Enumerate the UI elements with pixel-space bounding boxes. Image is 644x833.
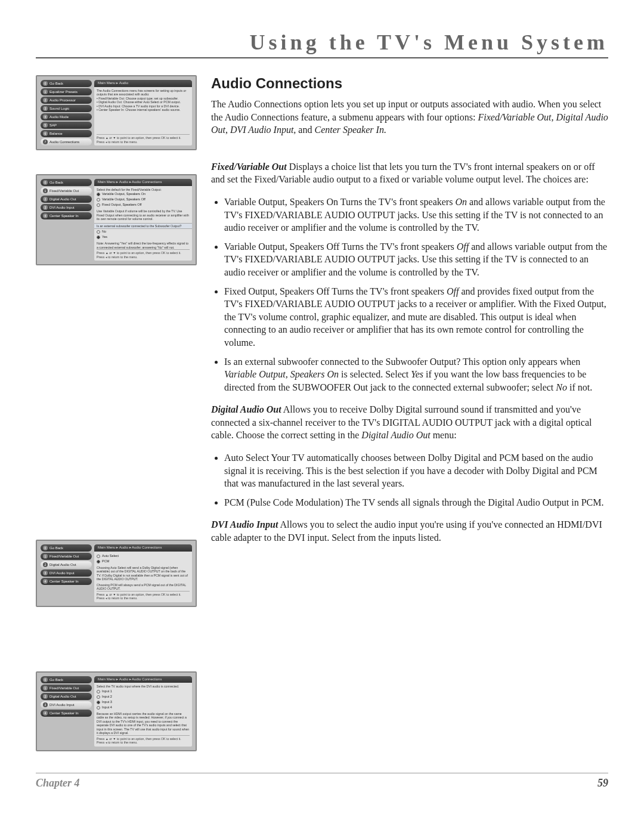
- menu-item-label: Audio Processor: [49, 98, 76, 102]
- radio-icon: [97, 695, 100, 699]
- menu-item-label: Go Back: [49, 678, 63, 682]
- menu-item[interactable]: 0Go Back: [41, 544, 92, 552]
- menu-item[interactable]: 0Go Back: [41, 179, 92, 186]
- option-name: PCM: [224, 497, 244, 507]
- radio-option[interactable]: Input 4: [97, 705, 190, 710]
- menu-item[interactable]: 1Fixed/Variable Out: [41, 553, 92, 560]
- menu-item-number: 3: [43, 702, 48, 707]
- subhead: Fixed/Variable Out: [211, 162, 287, 172]
- radio-label: PCM: [102, 559, 109, 563]
- radio-option[interactable]: Fixed Output, Speakers Off: [97, 203, 190, 207]
- menu-item[interactable]: 1Fixed/Variable Out: [41, 685, 92, 692]
- radio-icon: [97, 198, 100, 202]
- panel-footer-hint: Press ▲ or ▼ to point to an option, then…: [97, 134, 190, 144]
- radio-icon: [97, 555, 100, 558]
- option-question: Is an external subwoofer connected to th…: [224, 357, 460, 367]
- radio-icon: [97, 236, 100, 239]
- menu-item[interactable]: 3DVI Audio Input: [41, 204, 92, 211]
- menu-item[interactable]: 2Digital Audio Out: [41, 561, 92, 568]
- radio-label: Auto Select: [102, 554, 119, 558]
- radio-option[interactable]: Input 1: [97, 689, 190, 693]
- text-italic: Variable Output, Speakers On: [224, 369, 339, 379]
- radio-label: Input 1: [102, 689, 112, 693]
- menu-item[interactable]: 3DVI Audio Input: [41, 569, 92, 577]
- section-title: Audio Connections: [211, 75, 608, 92]
- radio-option[interactable]: Input 2: [97, 695, 190, 699]
- menu-item[interactable]: 3DVI Audio Input: [41, 701, 92, 708]
- radio-option[interactable]: PCM: [97, 559, 190, 563]
- menu-item[interactable]: 1Fixed/Variable Out: [41, 187, 92, 194]
- screenshots-column: 0Go Back1Equalizer Presets2Audio Process…: [36, 75, 197, 751]
- radio-option[interactable]: Auto Select: [97, 554, 190, 558]
- radio-label: Input 2: [102, 695, 112, 699]
- dao-paragraph: Digital Audio Out Allows you to receive …: [211, 403, 608, 442]
- screenshot-digital-audio-out: 0Go Back1Fixed/Variable Out2Digital Audi…: [36, 540, 197, 607]
- text-italic: Yes: [411, 369, 423, 379]
- menu-item[interactable]: 1Equalizer Presets: [41, 88, 92, 95]
- menu-item-label: Fixed/Variable Out: [49, 686, 79, 690]
- menu-item-number: 3: [43, 571, 48, 575]
- menu-item[interactable]: 5SAP: [41, 122, 92, 129]
- menu-item[interactable]: 2Digital Audio Out: [41, 196, 92, 203]
- text-italic: Center Speaker In.: [314, 125, 386, 135]
- menu-item-label: Digital Audio Out: [49, 695, 76, 698]
- text: menu:: [431, 430, 457, 440]
- text: Turns the TV's front speakers: [338, 197, 455, 207]
- menu-item[interactable]: 3Sound Logic: [41, 105, 92, 112]
- panel-note: Because an HDMI output carries the audio…: [97, 712, 190, 735]
- list-item: Auto Select Your TV automatically choose…: [224, 451, 608, 490]
- menu-item[interactable]: 2Audio Processor: [41, 97, 92, 104]
- menu-item[interactable]: 4Center Speaker In: [41, 578, 92, 585]
- menu-item-label: Fixed/Variable Out: [49, 189, 79, 193]
- radio-option[interactable]: Yes: [97, 235, 190, 239]
- menu-item[interactable]: 6Balance: [41, 130, 92, 137]
- option-name: Fixed Output, Speakers Off: [224, 286, 330, 296]
- menu-item-number: 2: [43, 694, 48, 699]
- menu-item-number: 1: [43, 188, 48, 193]
- menu-item[interactable]: 4Audio Mode: [41, 113, 92, 120]
- radio-option[interactable]: No: [97, 230, 190, 234]
- radio-label: Input 4: [102, 705, 112, 710]
- radio-option[interactable]: Variable Output, Speakers On: [97, 192, 190, 196]
- menu-item[interactable]: 0Go Back: [41, 80, 92, 87]
- option-name: Variable Output, Speakers On: [224, 197, 338, 207]
- list-item: Variable Output, Speakers Off Turns the …: [224, 240, 608, 279]
- panel-note: Choosing PCM will always send a PCM sign…: [97, 583, 190, 591]
- panel-footer-hint: Press ▲ or ▼ to point to an option, then…: [97, 591, 190, 600]
- menu-item-number: 4: [43, 114, 48, 119]
- menu-item-number: 0: [43, 180, 48, 185]
- radio-option[interactable]: Input 3: [97, 700, 190, 704]
- radio-label: Input 3: [102, 700, 112, 704]
- radio-option[interactable]: Variable Output, Speakers Off: [97, 197, 190, 202]
- menu-item-number: 2: [43, 562, 48, 567]
- menu-item[interactable]: 7Audio Connections: [41, 138, 92, 145]
- menu-item-number: 1: [43, 686, 48, 690]
- menu-item[interactable]: 0Go Back: [41, 676, 92, 683]
- dvi-paragraph: DVI Audio Input Allows you to select the…: [211, 518, 608, 544]
- panel-note: Note: Answering "Yes" will direct the lo…: [97, 241, 190, 249]
- menu-item-number: 6: [43, 131, 48, 136]
- menu-item-label: Fixed/Variable Out: [49, 555, 79, 558]
- breadcrumb: Main Menu ▸ Audio ▸ Audio Connections: [94, 179, 192, 186]
- menu-item-label: Balance: [49, 132, 63, 135]
- text: (Pulse Code Modulation) The TV sends all…: [244, 497, 604, 507]
- footer-page-number: 59: [597, 777, 608, 789]
- menu-item-label: Sound Logic: [49, 107, 69, 110]
- menu-item-number: 0: [43, 546, 48, 550]
- panel-question: Is an external subwoofer connected to th…: [94, 223, 192, 230]
- menu-item[interactable]: 4Center Speaker In: [41, 212, 92, 219]
- panel-note: Use Variable Output if volume will be co…: [97, 209, 190, 221]
- intro-paragraph: The Audio Connections option lets you se…: [211, 98, 608, 137]
- menu-item[interactable]: 4Center Speaker In: [41, 710, 92, 717]
- list-item: Variable Output, Speakers On Turns the T…: [224, 196, 608, 234]
- text-italic: Off: [447, 286, 459, 296]
- menu-item[interactable]: 2Digital Audio Out: [41, 693, 92, 700]
- list-item: Fixed Output, Speakers Off Turns the TV'…: [224, 285, 608, 349]
- radio-icon: [97, 706, 100, 710]
- radio-icon: [97, 560, 100, 563]
- spacer: [211, 146, 608, 160]
- menu-item-label: Digital Audio Out: [49, 197, 76, 201]
- menu-item-number: 4: [43, 579, 48, 584]
- menu-item-label: Center Speaker In: [49, 580, 79, 583]
- text: if not.: [567, 382, 592, 392]
